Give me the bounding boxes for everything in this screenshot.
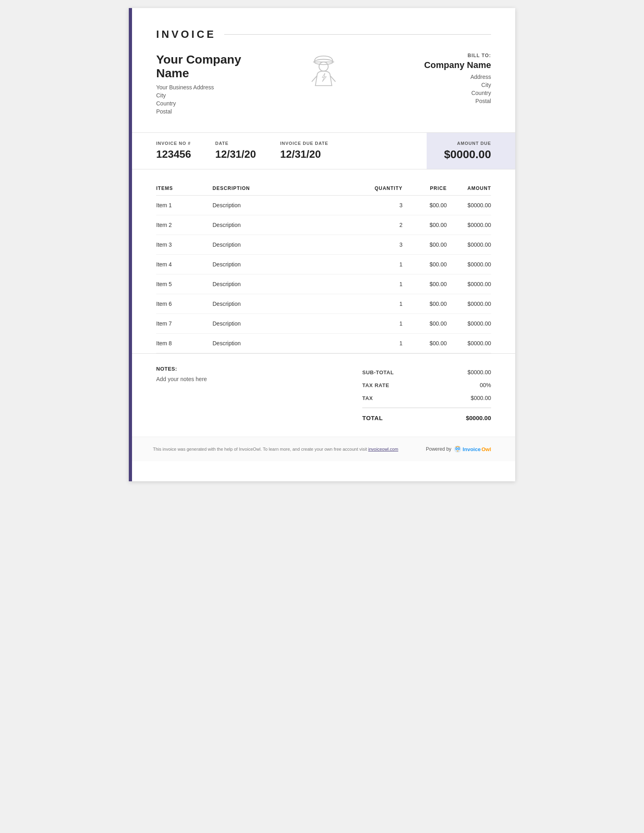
item-name-2: Item 3 [156,235,213,255]
table-row: Item 6 Description 1 $00.00 $0000.00 [156,294,491,314]
invoiceowl-logo: InvoiceOwl [454,445,491,453]
invoice-no-label: INVOICE NO # [156,141,191,146]
company-logo-area [268,53,379,89]
due-date-value: 12/31/20 [280,148,328,161]
item-price-4: $00.00 [402,274,447,294]
item-amount-6: $0000.00 [447,314,491,334]
table-row: Item 4 Description 1 $00.00 $0000.00 [156,255,491,274]
tax-rate-label: TAX RATE [362,382,389,388]
company-postal: Postal [156,108,268,115]
title-divider [224,34,491,35]
item-amount-2: $0000.00 [447,235,491,255]
item-qty-6: 1 [362,314,402,334]
item-qty-5: 1 [362,294,402,314]
item-price-5: $00.00 [402,294,447,314]
item-amount-3: $0000.00 [447,255,491,274]
invoice-title-row: INVOICE [156,28,491,41]
brand-blue: Invoice [462,446,481,452]
bill-postal: Postal [380,98,491,104]
amount-due-label: AMOUNT DUE [457,141,491,146]
item-name-1: Item 2 [156,215,213,235]
item-price-2: $00.00 [402,235,447,255]
bill-company-name: Company Name [380,60,491,70]
meta-main: INVOICE NO # 123456 DATE 12/31/20 INVOIC… [129,133,427,169]
bill-to-label: BILL TO: [380,53,491,58]
item-name-6: Item 7 [156,314,213,334]
subtotal-label: SUB-TOTAL [362,369,394,375]
notes-text: Add your notes here [156,376,362,382]
bill-city: City [380,82,491,88]
footer-link[interactable]: invoiceowl.com [368,447,398,452]
page-footer: This invoice was generated with the help… [129,437,515,461]
company-section: Your Company Name Your Business Address … [156,53,491,116]
svg-point-9 [458,448,459,449]
brand-orange: Owl [481,446,491,452]
item-amount-1: $0000.00 [447,215,491,235]
col-header-items: ITEMS [156,181,213,196]
notes-label: NOTES: [156,366,362,372]
subtotal-value: $0000.00 [468,369,491,375]
company-city: City [156,92,268,99]
invoice-meta-bar: INVOICE NO # 123456 DATE 12/31/20 INVOIC… [129,132,515,169]
total-value: $0000.00 [466,414,491,421]
item-name-0: Item 1 [156,196,213,215]
tax-label: TAX [362,395,373,401]
meta-amount-due: AMOUNT DUE $0000.00 [427,133,515,169]
item-qty-7: 1 [362,334,402,353]
col-header-quantity: QUANTITY [362,181,402,196]
date-label: DATE [215,141,256,146]
table-header-row: ITEMS DESCRIPTION QUANTITY PRICE AMOUNT [156,181,491,196]
col-header-amount: AMOUNT [447,181,491,196]
item-name-7: Item 8 [156,334,213,353]
item-desc-5: Description [213,294,362,314]
item-name-4: Item 5 [156,274,213,294]
tax-row: TAX $000.00 [362,392,491,404]
item-qty-1: 2 [362,215,402,235]
table-header: ITEMS DESCRIPTION QUANTITY PRICE AMOUNT [156,181,491,196]
table-row: Item 7 Description 1 $00.00 $0000.00 [156,314,491,334]
item-qty-0: 3 [362,196,402,215]
invoice-page: INVOICE Your Company Name Your Business … [129,8,515,481]
item-name-5: Item 6 [156,294,213,314]
item-qty-3: 1 [362,255,402,274]
item-desc-4: Description [213,274,362,294]
total-divider [362,408,491,408]
total-row: TOTAL $0000.00 [362,411,491,425]
item-price-0: $00.00 [402,196,447,215]
company-country: Country [156,100,268,107]
item-desc-3: Description [213,255,362,274]
svg-point-8 [456,448,457,449]
item-price-1: $00.00 [402,215,447,235]
meta-due-date: INVOICE DUE DATE 12/31/20 [280,141,328,161]
meta-invoice-no: INVOICE NO # 123456 [156,141,191,161]
item-price-3: $00.00 [402,255,447,274]
item-desc-1: Description [213,215,362,235]
item-qty-4: 1 [362,274,402,294]
bill-to-section: BILL TO: Company Name Address City Count… [380,53,491,106]
total-label: TOTAL [362,414,383,421]
item-amount-7: $0000.00 [447,334,491,353]
notes-section: NOTES: Add your notes here [156,366,362,382]
date-value: 12/31/20 [215,148,256,161]
subtotal-row: SUB-TOTAL $0000.00 [362,366,491,379]
footer-text: This invoice was generated with the help… [153,447,398,452]
table-row: Item 1 Description 3 $00.00 $0000.00 [156,196,491,215]
item-desc-0: Description [213,196,362,215]
footer-text-content: This invoice was generated with the help… [153,447,367,452]
item-amount-0: $0000.00 [447,196,491,215]
table-row: Item 5 Description 1 $00.00 $0000.00 [156,274,491,294]
item-name-3: Item 4 [156,255,213,274]
item-desc-2: Description [213,235,362,255]
table-row: Item 3 Description 3 $00.00 $0000.00 [156,235,491,255]
table-body: Item 1 Description 3 $00.00 $0000.00 Ite… [156,196,491,353]
invoice-title: INVOICE [156,28,216,41]
owl-brand-icon [454,445,462,453]
table-row: Item 8 Description 1 $00.00 $0000.00 [156,334,491,353]
bill-country: Country [380,90,491,96]
tax-rate-row: TAX RATE 00% [362,379,491,392]
amount-due-value: $0000.00 [444,148,491,161]
items-section: ITEMS DESCRIPTION QUANTITY PRICE AMOUNT … [156,181,491,353]
item-amount-5: $0000.00 [447,294,491,314]
item-desc-6: Description [213,314,362,334]
col-header-description: DESCRIPTION [213,181,362,196]
